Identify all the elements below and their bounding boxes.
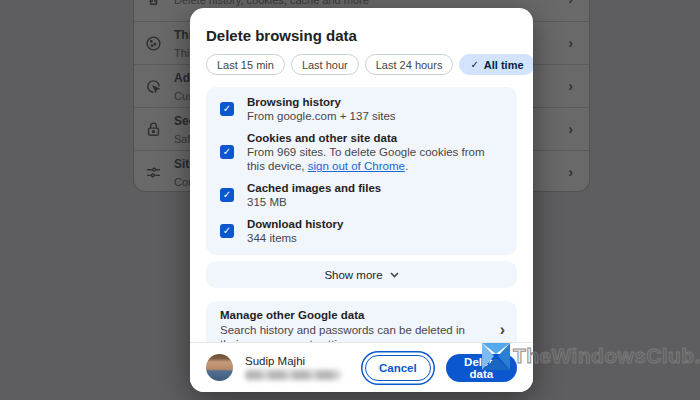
- manage-title: Manage other Google data: [220, 308, 492, 322]
- chevron-right-icon: ›: [568, 36, 573, 50]
- item-download-history: ✓ Download history 344 items: [206, 213, 517, 249]
- item-label: Browsing history: [247, 95, 503, 109]
- item-label: Cookies and other site data: [247, 131, 503, 145]
- item-detail: 344 items: [247, 231, 503, 245]
- item-detail: 315 MB: [247, 195, 503, 209]
- ads-privacy-icon: [145, 78, 162, 95]
- item-cookies: ✓ Cookies and other site data From 969 s…: [206, 127, 517, 177]
- chevron-right-icon: ›: [568, 0, 573, 6]
- chevron-right-icon: ›: [568, 79, 573, 93]
- delete-icon: [145, 0, 162, 7]
- chip-last-hour[interactable]: Last hour: [291, 54, 359, 75]
- user-email-redacted: [245, 370, 341, 380]
- dialog-footer: Sudip Majhi Cancel Delete data: [190, 342, 533, 392]
- site-settings-icon: [145, 164, 162, 181]
- chevron-down-icon: [390, 272, 399, 278]
- check-icon: ✓: [470, 59, 478, 70]
- user-name: Sudip Majhi: [245, 355, 341, 367]
- browsing-history-checkbox[interactable]: ✓: [220, 102, 234, 116]
- item-detail: From google.com + 137 sites: [247, 109, 503, 123]
- chip-last-24-hours[interactable]: Last 24 hours: [365, 54, 454, 75]
- chevron-right-icon: ›: [568, 165, 573, 179]
- data-types-list: ✓ Browsing history From google.com + 137…: [206, 87, 517, 255]
- download-history-checkbox[interactable]: ✓: [220, 224, 234, 238]
- delete-data-button[interactable]: Delete data: [446, 354, 517, 382]
- chip-all-time[interactable]: ✓ All time: [459, 54, 533, 75]
- dialog-title: Delete browsing data: [206, 27, 517, 44]
- chevron-right-icon: ›: [568, 122, 573, 136]
- watermark-text: TheWindowsClub.com: [513, 341, 700, 370]
- screen: Delete history, cookies, cache and more …: [0, 0, 700, 400]
- avatar: [206, 354, 233, 381]
- show-more-button[interactable]: Show more: [206, 261, 517, 288]
- cached-images-checkbox[interactable]: ✓: [220, 188, 234, 202]
- item-detail: From 969 sites. To delete Google cookies…: [247, 145, 503, 173]
- settings-row-subtitle: Delete history, cookies, cache and more: [174, 0, 369, 6]
- item-label: Download history: [247, 217, 503, 231]
- chevron-right-icon: ›: [500, 322, 505, 338]
- item-browsing-history: ✓ Browsing history From google.com + 137…: [206, 91, 517, 127]
- item-label: Cached images and files: [247, 181, 503, 195]
- security-icon: [145, 121, 162, 138]
- delete-browsing-data-dialog: Delete browsing data Last 15 min Last ho…: [190, 8, 533, 392]
- cancel-button[interactable]: Cancel: [365, 355, 431, 381]
- cookie-icon: [145, 35, 162, 52]
- sign-out-of-chrome-link[interactable]: sign out of Chrome: [308, 160, 405, 172]
- item-cached-images: ✓ Cached images and files 315 MB: [206, 177, 517, 213]
- chip-last-15-min[interactable]: Last 15 min: [206, 54, 285, 75]
- time-range-chips: Last 15 min Last hour Last 24 hours ✓ Al…: [206, 54, 517, 75]
- cookies-checkbox[interactable]: ✓: [220, 145, 234, 159]
